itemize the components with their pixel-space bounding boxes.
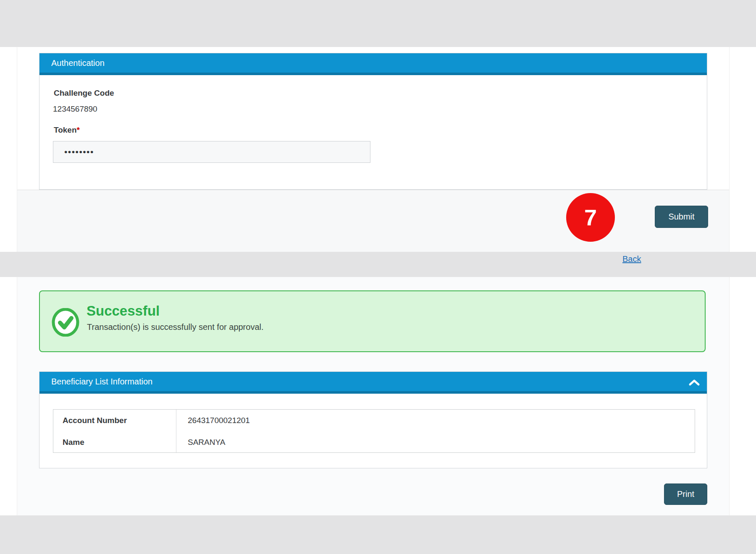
beneficiary-panel-header: Beneficiary List Information bbox=[39, 372, 707, 394]
background-band-bottom bbox=[0, 515, 756, 554]
success-check-icon bbox=[51, 308, 80, 338]
authentication-panel-header: Authentication bbox=[39, 53, 707, 75]
background-band-top bbox=[0, 0, 756, 47]
result-section: Successful Transaction(s) is successfull… bbox=[17, 277, 730, 515]
success-alert: Successful Transaction(s) is successfull… bbox=[39, 290, 706, 352]
token-label-text: Token bbox=[54, 125, 77, 134]
beneficiary-info-table: Account Number 26431700021201 Name SARAN… bbox=[53, 409, 695, 453]
required-asterisk: * bbox=[77, 125, 80, 134]
print-button[interactable]: Print bbox=[664, 483, 707, 505]
chevron-up-icon[interactable] bbox=[688, 379, 700, 388]
authentication-panel-title: Authentication bbox=[51, 53, 105, 73]
authentication-panel: Authentication Challenge Code 1234567890… bbox=[39, 53, 707, 190]
table-row: Account Number 26431700021201 bbox=[53, 410, 695, 431]
table-row: Name SARANYA bbox=[53, 431, 695, 453]
authentication-footer-bar bbox=[17, 190, 729, 252]
account-number-value: 26431700021201 bbox=[188, 410, 250, 431]
success-title: Successful bbox=[87, 303, 160, 319]
submit-button[interactable]: Submit bbox=[655, 206, 708, 228]
beneficiary-panel: Beneficiary List Information Account Num… bbox=[39, 371, 707, 468]
challenge-code-value: 1234567890 bbox=[53, 105, 97, 114]
challenge-code-label: Challenge Code bbox=[54, 89, 114, 98]
beneficiary-panel-title: Beneficiary List Information bbox=[51, 372, 152, 391]
background-band-middle bbox=[0, 252, 756, 277]
authentication-section: Authentication Challenge Code 1234567890… bbox=[17, 47, 730, 252]
token-label: Token* bbox=[54, 125, 80, 135]
step-number-badge: 7 bbox=[566, 193, 615, 242]
token-input[interactable] bbox=[53, 141, 370, 163]
name-value: SARANYA bbox=[188, 431, 225, 453]
name-label: Name bbox=[63, 431, 84, 453]
back-link[interactable]: Back bbox=[622, 254, 641, 264]
success-message: Transaction(s) is successfully sent for … bbox=[87, 322, 264, 332]
account-number-label: Account Number bbox=[63, 410, 127, 431]
screenshot-stage: Authentication Challenge Code 1234567890… bbox=[0, 0, 756, 554]
